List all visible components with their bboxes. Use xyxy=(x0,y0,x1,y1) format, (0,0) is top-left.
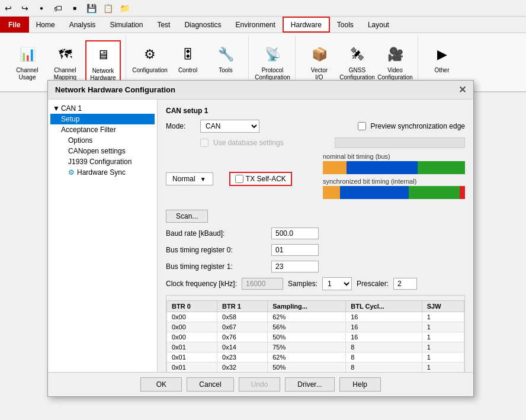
use-db-label: Use database settings xyxy=(213,139,284,147)
vector-io-button[interactable]: 📦 VectorI/O xyxy=(302,40,337,84)
col-header-btr1: BTR 1 xyxy=(217,301,268,312)
tree-item-setup[interactable]: Setup xyxy=(50,114,155,124)
configuration-label: Configuration xyxy=(132,67,167,74)
preview-sync-label: Preview synchronization edge xyxy=(371,122,465,130)
tree-root-label: CAN 1 xyxy=(61,104,82,113)
menu-tools[interactable]: Tools xyxy=(330,17,361,33)
tree-item-options[interactable]: Options xyxy=(50,135,155,146)
scan-button[interactable]: Scan... xyxy=(166,210,208,223)
baud-rate-input[interactable] xyxy=(271,227,319,239)
vt-items: ⚙ Configuration 🎛 Control 🔧 Tools xyxy=(132,38,243,78)
open-icon[interactable]: 📁 xyxy=(118,2,130,14)
table-row[interactable]: 0x010x2362%81 xyxy=(167,352,464,363)
dialog-close-button[interactable]: ✕ xyxy=(458,84,466,95)
tag-icon[interactable]: 🏷 xyxy=(52,2,64,14)
ok-button[interactable]: OK xyxy=(140,377,182,392)
sync-seg1 xyxy=(323,186,340,199)
help-button[interactable]: Help xyxy=(339,377,381,392)
sync-timing-bar xyxy=(323,186,465,199)
timing-slider[interactable] xyxy=(335,137,465,148)
col-header-sjw: SJW xyxy=(422,301,464,312)
menu-diagnostics[interactable]: Diagnostics xyxy=(177,17,228,33)
mode-label: Mode: xyxy=(166,122,195,130)
btr-table-container: BTR 0 BTR 1 Sampling... BTL Cycl... SJW … xyxy=(166,295,465,372)
menu-simulation[interactable]: Simulation xyxy=(102,17,150,33)
table-row[interactable]: 0x000x7650%161 xyxy=(167,332,464,342)
menu-hardware[interactable]: Hardware xyxy=(283,17,330,33)
menu-environment[interactable]: Environment xyxy=(228,17,282,33)
undo-icon[interactable]: ↩ xyxy=(2,2,14,14)
menu-home[interactable]: Home xyxy=(29,17,62,33)
tree-root-can1[interactable]: ▼ CAN 1 xyxy=(50,103,155,114)
tx-selfack-label: TX Self-ACK xyxy=(246,175,286,183)
other-label: Other xyxy=(434,67,449,74)
normal-tx-row: Normal ▼ TX Self-ACK nominal bit timing … xyxy=(166,153,465,205)
channels-items: 📊 ChannelUsage 🗺 ChannelMapping 🖥 Networ… xyxy=(9,38,121,85)
mode-select[interactable]: CAN LIN FlexRay xyxy=(200,120,259,133)
menu-file[interactable]: File xyxy=(0,17,29,33)
driver-button[interactable]: Driver... xyxy=(285,377,334,392)
bus-timing-1-input[interactable] xyxy=(271,261,319,272)
col-header-btr0: BTR 0 xyxy=(167,301,217,312)
stop-icon[interactable]: ■ xyxy=(69,2,81,14)
table-row[interactable]: 0x010x3250%81 xyxy=(167,363,464,373)
redo-icon[interactable]: ↪ xyxy=(19,2,31,14)
tree-item-j1939-config[interactable]: J1939 Configuration xyxy=(50,156,155,167)
col-header-sampling: Sampling... xyxy=(268,301,346,312)
record-icon[interactable]: ● xyxy=(36,2,47,14)
tools-label: Tools xyxy=(219,67,232,74)
menubar: File Home Analysis Simulation Test Diagn… xyxy=(0,17,526,33)
tree-item-canopen-settings[interactable]: CANopen settings xyxy=(50,146,155,156)
protocol-config-label: ProtocolConfiguration xyxy=(255,67,290,81)
menu-test[interactable]: Test xyxy=(150,17,177,33)
channel-usage-button[interactable]: 📊 ChannelUsage xyxy=(9,40,45,84)
channel-mapping-button[interactable]: 🗺 ChannelMapping xyxy=(47,40,83,84)
bus-timing-1-label: Bus timing register 1: xyxy=(166,262,267,271)
tx-selfack-checkbox[interactable] xyxy=(235,175,243,183)
preview-sync-checkbox[interactable] xyxy=(358,122,366,130)
tree-item-hardware-sync[interactable]: ⚙ Hardware Sync xyxy=(50,167,155,178)
channel-mapping-icon: 🗺 xyxy=(53,43,77,66)
normal-dropdown-icon[interactable]: ▼ xyxy=(200,176,206,182)
use-db-row: Use database settings xyxy=(166,137,465,148)
nominal-timing-label: nominal bit timing (bus) xyxy=(323,153,465,160)
copy-icon[interactable]: 📋 xyxy=(102,2,114,14)
protocol-config-button[interactable]: 📡 ProtocolConfiguration xyxy=(255,40,290,84)
quick-access-toolbar: ↩ ↪ ● 🏷 ■ 💾 📋 📁 xyxy=(0,0,526,17)
bus-timing-0-input[interactable] xyxy=(271,244,319,256)
save-icon[interactable]: 💾 xyxy=(85,2,97,14)
bus-timing-0-label: Bus timing register 0: xyxy=(166,246,267,254)
tools-icon: 🔧 xyxy=(214,43,238,66)
channel-usage-icon: 📊 xyxy=(15,43,39,66)
other-button[interactable]: ▶ Other xyxy=(424,40,460,77)
sync-timing-label: synchronized bit timing (internal) xyxy=(323,178,465,185)
prescaler-input[interactable] xyxy=(393,278,417,290)
scan-row: Scan... xyxy=(166,210,465,223)
table-row[interactable]: 0x000x6756%161 xyxy=(167,322,464,332)
mode-row: Mode: CAN LIN FlexRay Preview synchroniz… xyxy=(166,120,465,133)
cancel-button[interactable]: Cancel xyxy=(187,377,233,392)
tools-button[interactable]: 🔧 Tools xyxy=(208,40,243,77)
network-hardware-button[interactable]: 🖥 NetworkHardware xyxy=(85,40,121,85)
video-config-button[interactable]: 🎥 VideoConfiguration xyxy=(377,40,413,84)
table-row[interactable]: 0x010x1475%81 xyxy=(167,342,464,352)
timing-section: nominal bit timing (bus) synchronized bi… xyxy=(323,153,465,199)
clock-samples-row: Clock frequency [kHz]: Samples: 1 3 Pres… xyxy=(166,277,465,290)
tx-selfack-checkbox-container[interactable]: TX Self-ACK xyxy=(229,172,292,186)
configuration-button[interactable]: ⚙ Configuration xyxy=(132,40,168,77)
tree-item-acceptance-filter[interactable]: Acceptance Filter xyxy=(50,124,155,135)
undo-button[interactable]: Undo xyxy=(239,377,281,392)
nominal-seg2 xyxy=(347,161,418,174)
table-row[interactable]: 0x000x5862%161 xyxy=(167,312,464,322)
normal-mode-label: Normal xyxy=(172,175,195,183)
gnss-config-button[interactable]: 🛰 GNSSConfiguration xyxy=(339,40,375,84)
video-config-label: VideoConfiguration xyxy=(377,67,412,81)
sync-seg4 xyxy=(460,186,465,199)
samples-select[interactable]: 1 3 xyxy=(322,277,352,290)
dialog-body: ▼ CAN 1 Setup Acceptance Filter Options … xyxy=(48,100,473,372)
menu-layout[interactable]: Layout xyxy=(361,17,396,33)
control-button[interactable]: 🎛 Control xyxy=(170,40,206,77)
use-db-checkbox[interactable] xyxy=(200,139,209,147)
menu-analysis[interactable]: Analysis xyxy=(62,17,103,33)
clock-freq-input xyxy=(242,278,283,290)
